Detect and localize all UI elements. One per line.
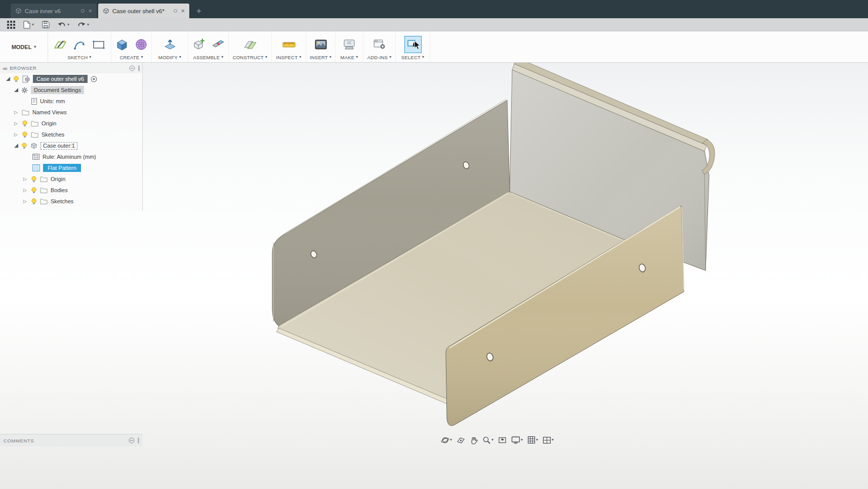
node-collapsed-icon[interactable]: ▷ <box>23 199 28 204</box>
orbit-button[interactable]: ▾ <box>439 435 453 446</box>
tree-row-label[interactable]: Units: mm <box>40 98 65 104</box>
create-box-button[interactable] <box>114 36 130 53</box>
group-label[interactable]: MAKE <box>341 55 355 60</box>
sketch-rectangle-icon <box>92 37 106 52</box>
group-label[interactable]: ADD-INS <box>367 55 388 60</box>
redo-button[interactable]: ▾ <box>74 18 93 31</box>
save-button[interactable] <box>38 18 53 31</box>
close-tab-icon[interactable]: × <box>180 8 185 14</box>
pan-button[interactable] <box>468 435 479 446</box>
tree-row-label[interactable]: Named Views <box>32 109 67 115</box>
tree-row-sheet-metal-rule[interactable]: Rule: Aluminum (mm) <box>0 151 142 162</box>
tree-row-label[interactable]: Flat Pattern <box>43 164 81 172</box>
document-tab-case-inner[interactable]: Case inner v6 × <box>11 4 97 18</box>
rule-table-icon <box>32 154 39 160</box>
group-label[interactable]: SELECT <box>401 55 421 60</box>
apps-grid-icon <box>7 21 15 29</box>
joint-button[interactable] <box>210 36 226 53</box>
tree-row-bodies[interactable]: ▷ Bodies <box>0 185 142 196</box>
tree-row-origin[interactable]: ▷ Origin <box>0 118 142 129</box>
collapse-panel-icon[interactable]: «« <box>3 65 7 71</box>
node-expanded-icon[interactable] <box>6 77 10 81</box>
scrollbar-nub[interactable] <box>138 65 140 71</box>
fusion-window: Case inner v6 × Case outer shell v6* × +… <box>0 0 868 489</box>
workspace-switcher[interactable]: MODEL ▾ <box>0 31 48 62</box>
viewports-button[interactable]: ▾ <box>541 435 555 445</box>
visibility-bulb-icon[interactable] <box>22 131 28 138</box>
document-tab-case-outer-shell[interactable]: Case outer shell v6* × <box>98 4 189 18</box>
group-label[interactable]: CONSTRUCT <box>233 55 264 60</box>
caret-icon: ▾ <box>422 55 424 59</box>
node-collapsed-icon[interactable]: ▷ <box>23 188 28 193</box>
visibility-bulb-icon[interactable] <box>31 187 37 194</box>
tree-row-label[interactable]: Document Settings <box>31 86 84 94</box>
tree-row-label[interactable]: Sketches <box>42 131 64 138</box>
tree-row-label[interactable]: Rule: Aluminum (mm) <box>43 154 96 160</box>
group-label[interactable]: INSPECT <box>276 55 298 60</box>
create-sketch-button[interactable] <box>52 36 68 53</box>
group-label[interactable]: SKETCH <box>68 55 88 60</box>
measure-button[interactable] <box>281 36 297 53</box>
ground-visibility-icon[interactable] <box>91 76 97 82</box>
new-document-tab-button[interactable]: + <box>191 4 207 18</box>
close-tab-icon[interactable]: × <box>88 8 93 14</box>
tree-row-label[interactable]: Sketches <box>51 198 73 204</box>
tab-label[interactable]: Case outer shell v6* <box>112 8 164 14</box>
visibility-bulb-icon[interactable] <box>31 176 37 183</box>
tree-row-label[interactable]: Case outer shell v6 <box>33 75 88 83</box>
press-pull-button[interactable] <box>162 36 178 53</box>
node-collapsed-icon[interactable]: ▷ <box>14 121 19 126</box>
visibility-bulb-icon[interactable] <box>31 198 37 205</box>
node-collapsed-icon[interactable]: ▷ <box>14 110 19 115</box>
create-form-button[interactable] <box>133 36 149 53</box>
scrollbar-nub[interactable] <box>138 437 139 443</box>
3d-canvas[interactable]: «« BROWSER Case outer shell v6 <box>0 63 868 489</box>
add-ins-button[interactable] <box>371 36 388 53</box>
tree-row-root-document[interactable]: Case outer shell v6 <box>0 73 142 84</box>
tree-row-flat-pattern[interactable]: Flat Pattern <box>0 162 142 173</box>
tree-row-component-origin[interactable]: ▷ Origin <box>0 173 142 185</box>
fit-button[interactable] <box>497 435 508 446</box>
insert-canvas-button[interactable] <box>313 36 329 53</box>
node-expanded-icon[interactable] <box>14 88 18 92</box>
apps-grid-button[interactable] <box>4 18 19 31</box>
group-label[interactable]: INSERT <box>310 55 328 60</box>
file-menu-button[interactable]: ▾ <box>20 18 37 31</box>
tree-row-component-case-outer[interactable]: Case outer:1 <box>0 140 142 151</box>
toolbar-group-modify: MODIFY▾ <box>152 31 188 62</box>
make-button[interactable] <box>341 36 357 53</box>
look-at-button[interactable] <box>455 435 467 446</box>
create-box-icon <box>115 37 129 52</box>
tree-row-label[interactable]: Bodies <box>51 187 68 193</box>
construct-plane-button[interactable] <box>242 36 258 53</box>
group-label[interactable]: MODIFY <box>158 55 178 60</box>
node-collapsed-icon[interactable]: ▷ <box>23 176 28 182</box>
sketch-rectangle-button[interactable] <box>91 36 107 53</box>
visibility-bulb-icon[interactable] <box>21 143 27 149</box>
minimize-panel-icon[interactable] <box>129 437 135 443</box>
comments-panel[interactable]: COMMENTS <box>0 434 143 447</box>
tree-row-label[interactable]: Origin <box>42 120 56 126</box>
tree-row-named-views[interactable]: ▷ Named Views <box>0 107 142 118</box>
display-settings-button[interactable]: ▾ <box>510 435 524 445</box>
tab-label[interactable]: Case inner v6 <box>25 8 61 14</box>
zoom-button[interactable]: ▾ <box>481 435 495 446</box>
undo-button[interactable]: ▾ <box>54 18 73 31</box>
visibility-bulb-icon[interactable] <box>13 76 19 82</box>
visibility-bulb-icon[interactable] <box>22 120 28 127</box>
minimize-panel-icon[interactable] <box>129 65 135 71</box>
tree-row-label[interactable]: Case outer:1 <box>40 142 77 150</box>
group-label[interactable]: CREATE <box>119 55 139 60</box>
node-collapsed-icon[interactable]: ▷ <box>14 132 19 137</box>
tree-row-label[interactable]: Origin <box>51 176 65 182</box>
sketch-arc-button[interactable] <box>71 36 88 53</box>
tree-row-document-settings[interactable]: Document Settings <box>0 84 142 96</box>
component-cube-icon <box>30 142 37 149</box>
tree-row-component-sketches[interactable]: ▷ Sketches <box>0 196 142 207</box>
node-expanded-icon[interactable] <box>14 144 18 148</box>
grid-display-button[interactable]: ▾ <box>526 435 540 445</box>
group-label[interactable]: ASSEMBLE <box>193 55 220 60</box>
new-component-button[interactable] <box>191 36 207 53</box>
tree-row-units[interactable]: Units: mm <box>0 96 142 107</box>
tree-row-sketches[interactable]: ▷ Sketches <box>0 129 142 140</box>
